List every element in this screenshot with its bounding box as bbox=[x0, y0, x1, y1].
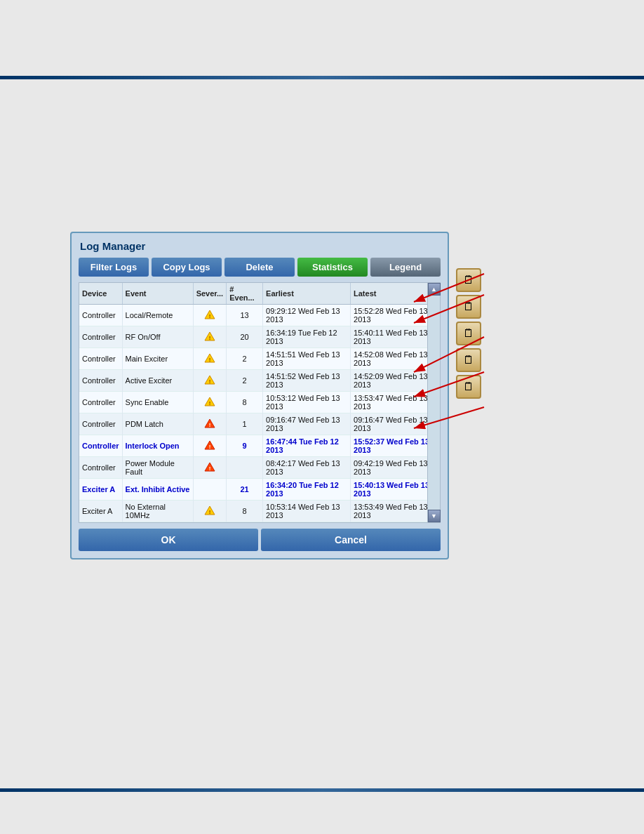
cell-earliest: 16:47:44 Tue Feb 12 2013 bbox=[263, 435, 351, 457]
cell-count: 13 bbox=[227, 305, 263, 326]
svg-text:!: ! bbox=[209, 335, 211, 341]
cell-device: Exciter A bbox=[79, 479, 122, 501]
cell-latest: 15:52:37 Wed Feb 13 2013 bbox=[351, 435, 440, 457]
cell-count: 9 bbox=[227, 435, 263, 457]
cell-device: Controller bbox=[79, 326, 122, 348]
top-bar bbox=[0, 76, 644, 79]
cell-event: Main Exciter bbox=[122, 348, 193, 370]
table-row: ControllerLocal/Remote!1309:29:12 Wed Fe… bbox=[79, 305, 440, 326]
error-icon: ! bbox=[204, 444, 215, 452]
cell-event: Active Exciter bbox=[122, 370, 193, 392]
cell-event: Sync Enable bbox=[122, 392, 193, 413]
cell-earliest: 14:51:51 Wed Feb 13 2013 bbox=[263, 348, 351, 370]
cell-severity: ! bbox=[193, 435, 227, 457]
cancel-button[interactable]: Cancel bbox=[261, 529, 441, 551]
cell-earliest: 16:34:20 Tue Feb 12 2013 bbox=[263, 479, 351, 501]
warning-icon: ! bbox=[204, 313, 215, 322]
error-icon: ! bbox=[204, 465, 215, 474]
side-icon-5[interactable]: 🗒 bbox=[456, 375, 481, 399]
warning-icon: ! bbox=[204, 400, 215, 409]
col-event: Event bbox=[122, 283, 193, 305]
dialog-title: Log Manager bbox=[79, 240, 441, 252]
table-row: ControllerSync Enable!810:53:12 Wed Feb … bbox=[79, 392, 440, 413]
col-earliest: Earliest bbox=[263, 283, 351, 305]
col-count: # Even... bbox=[227, 283, 263, 305]
cell-device: Controller bbox=[79, 305, 122, 326]
table-row: ControllerMain Exciter!214:51:51 Wed Feb… bbox=[79, 348, 440, 370]
cell-event: PDM Latch bbox=[122, 413, 193, 435]
warning-icon: ! bbox=[204, 335, 215, 343]
svg-text:!: ! bbox=[209, 422, 211, 428]
cell-severity: ! bbox=[193, 348, 227, 370]
cell-earliest: 16:34:19 Tue Feb 12 2013 bbox=[263, 326, 351, 348]
svg-text:!: ! bbox=[209, 444, 211, 450]
cell-latest: 09:16:47 Wed Feb 13 2013 bbox=[351, 413, 440, 435]
cell-device: Exciter A bbox=[79, 501, 122, 522]
cell-event: Interlock Open bbox=[122, 435, 193, 457]
table-row: Exciter AExt. Inhibit Active2116:34:20 T… bbox=[79, 479, 440, 501]
cell-severity: ! bbox=[193, 370, 227, 392]
cell-latest: 13:53:49 Wed Feb 13 2013 bbox=[351, 501, 440, 522]
legend-button[interactable]: Legend bbox=[370, 258, 441, 277]
warning-icon: ! bbox=[204, 509, 215, 517]
table-row: ControllerInterlock Open!916:47:44 Tue F… bbox=[79, 435, 440, 457]
warning-icon: ! bbox=[204, 378, 215, 387]
cell-count: 21 bbox=[227, 479, 263, 501]
ok-button[interactable]: OK bbox=[79, 529, 258, 551]
cell-event: Local/Remote bbox=[122, 305, 193, 326]
cell-count: 8 bbox=[227, 392, 263, 413]
table-scrollbar[interactable]: ▲ ▼ bbox=[427, 283, 440, 522]
scroll-up-button[interactable]: ▲ bbox=[428, 283, 441, 296]
bottom-buttons: OK Cancel bbox=[79, 529, 441, 551]
side-icon-4[interactable]: 🗒 bbox=[456, 348, 481, 372]
table-header-row: Device Event Sever... # Even... Earliest… bbox=[79, 283, 440, 305]
svg-text:!: ! bbox=[209, 400, 211, 406]
cell-earliest: 10:53:14 Wed Feb 13 2013 bbox=[263, 501, 351, 522]
cell-severity: ! bbox=[193, 501, 227, 522]
svg-text:!: ! bbox=[209, 313, 211, 319]
table-row: ControllerPower Module Fault!08:42:17 We… bbox=[79, 457, 440, 479]
cell-event: Power Module Fault bbox=[122, 457, 193, 479]
svg-text:!: ! bbox=[209, 509, 211, 515]
cell-latest: 13:53:47 Wed Feb 13 2013 bbox=[351, 392, 440, 413]
error-icon: ! bbox=[204, 422, 215, 430]
side-icon-1[interactable]: 🗒 bbox=[456, 268, 481, 292]
cell-latest: 09:42:19 Wed Feb 13 2013 bbox=[351, 457, 440, 479]
copy-logs-button[interactable]: Copy Logs bbox=[152, 258, 222, 277]
cell-latest: 15:52:28 Wed Feb 13 2013 bbox=[351, 305, 440, 326]
cell-event: No External 10MHz bbox=[122, 501, 193, 522]
table-row: ControllerActive Exciter!214:51:52 Wed F… bbox=[79, 370, 440, 392]
side-icons: 🗒 🗒 🗒 🗒 🗒 bbox=[456, 268, 481, 399]
cell-earliest: 08:42:17 Wed Feb 13 2013 bbox=[263, 457, 351, 479]
scroll-down-button[interactable]: ▼ bbox=[428, 510, 441, 522]
table-row: Exciter ANo External 10MHz!810:53:14 Wed… bbox=[79, 501, 440, 522]
statistics-button[interactable]: Statistics bbox=[297, 258, 368, 277]
cell-count: 20 bbox=[227, 326, 263, 348]
cell-latest: 14:52:08 Wed Feb 13 2013 bbox=[351, 348, 440, 370]
svg-text:!: ! bbox=[209, 378, 211, 385]
col-latest: Latest bbox=[351, 283, 440, 305]
side-icon-2[interactable]: 🗒 bbox=[456, 295, 481, 319]
delete-button[interactable]: Delete bbox=[224, 258, 295, 277]
toolbar: Filter Logs Copy Logs Delete Statistics … bbox=[79, 258, 441, 277]
side-icon-3[interactable]: 🗒 bbox=[456, 322, 481, 345]
cell-earliest: 09:16:47 Wed Feb 13 2013 bbox=[263, 413, 351, 435]
table-row: ControllerPDM Latch!109:16:47 Wed Feb 13… bbox=[79, 413, 440, 435]
cell-event: RF On/Off bbox=[122, 326, 193, 348]
cell-latest: 15:40:11 Wed Feb 13 2013 bbox=[351, 326, 440, 348]
col-device: Device bbox=[79, 283, 122, 305]
log-manager-dialog: Log Manager Filter Logs Copy Logs Delete… bbox=[70, 232, 449, 560]
table-row: ControllerRF On/Off!2016:34:19 Tue Feb 1… bbox=[79, 326, 440, 348]
cell-count: 8 bbox=[227, 501, 263, 522]
cell-earliest: 10:53:12 Wed Feb 13 2013 bbox=[263, 392, 351, 413]
cell-severity: ! bbox=[193, 305, 227, 326]
cell-device: Controller bbox=[79, 435, 122, 457]
cell-earliest: 14:51:52 Wed Feb 13 2013 bbox=[263, 370, 351, 392]
svg-text:!: ! bbox=[209, 465, 211, 472]
cell-latest: 15:40:13 Wed Feb 13 2013 bbox=[351, 479, 440, 501]
cell-count: 2 bbox=[227, 370, 263, 392]
cell-latest: 14:52:09 Wed Feb 13 2013 bbox=[351, 370, 440, 392]
filter-logs-button[interactable]: Filter Logs bbox=[79, 258, 149, 277]
cell-device: Controller bbox=[79, 392, 122, 413]
cell-severity bbox=[193, 479, 227, 501]
